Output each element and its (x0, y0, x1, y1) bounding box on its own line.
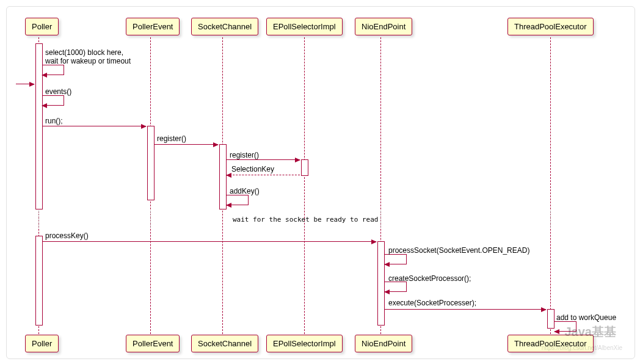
msg-addkey: addKey() (230, 187, 260, 195)
msg-register1: register() (157, 134, 186, 143)
arrow-createsocketprocessor (385, 282, 407, 292)
msg-register2: register() (230, 151, 259, 159)
msg-execute: execute(SocketProcesser); (388, 299, 476, 307)
msg-selectionkey: SelectionKey (231, 165, 274, 173)
msg-select: select(1000) block here, wait for wakeup… (45, 48, 131, 65)
msg-processkey: processKey() (45, 231, 89, 240)
arrow-processsocket (385, 254, 407, 264)
msg-events: events() (45, 87, 71, 96)
gap-2 (150, 211, 151, 228)
msg-addtoworkqueue: add to workQueue (556, 313, 616, 322)
participant-epollselector-top: EPollSelectorImpl (266, 18, 343, 35)
gap-3 (380, 211, 381, 228)
lifeline-epollselector (304, 37, 305, 334)
arrow-processkey (42, 241, 376, 242)
msg-run: run(); (45, 117, 63, 125)
arrow-execute (385, 309, 546, 310)
msg-createsocketprocessor: createSocketProcessor(); (388, 274, 471, 283)
participant-poller-top: Poller (25, 18, 59, 35)
lifeline-threadpool (550, 37, 551, 334)
participant-socketchannel-bottom: SocketChannel (191, 335, 258, 352)
participant-threadpool-bottom: ThreadPoolExecutor (507, 335, 594, 352)
participant-nioendpoint-bottom: NioEndPoint (355, 335, 412, 352)
sequence-diagram: Poller PollerEvent SocketChannel EPollSe… (6, 6, 635, 359)
arrow-register1 (154, 144, 218, 145)
activation-threadpool (547, 309, 555, 329)
activation-epoll (301, 159, 308, 176)
participant-pollerevent-top: PollerEvent (126, 18, 180, 35)
arrow-run (42, 126, 146, 126)
participant-nioendpoint-top: NioEndPoint (355, 18, 412, 35)
arrow-addworkqueue (555, 321, 576, 332)
arrow-events (42, 95, 64, 106)
arrow-addkey (227, 195, 249, 205)
note-wait: wait for the socket be ready to read (233, 216, 378, 224)
participant-epollselector-bottom: EPollSelectorImpl (266, 335, 343, 352)
participant-socketchannel-top: SocketChannel (191, 18, 258, 35)
activation-poller-2 (35, 236, 43, 326)
participant-pollerevent-bottom: PollerEvent (126, 335, 180, 352)
arrow-select (42, 65, 64, 75)
arrow-register2 (227, 159, 300, 160)
activation-pollerevent (147, 126, 155, 200)
gap-1 (38, 211, 39, 228)
gap-4 (550, 211, 551, 228)
participant-poller-bottom: Poller (25, 335, 59, 352)
entry-arrow (16, 84, 34, 84)
participant-threadpool-top: ThreadPoolExecutor (507, 18, 594, 35)
arrow-selectionkey (227, 175, 300, 175)
msg-processsocket: processSocket(SocketEvent.OPEN_READ) (388, 246, 529, 255)
activation-nioendpoint (377, 241, 385, 326)
